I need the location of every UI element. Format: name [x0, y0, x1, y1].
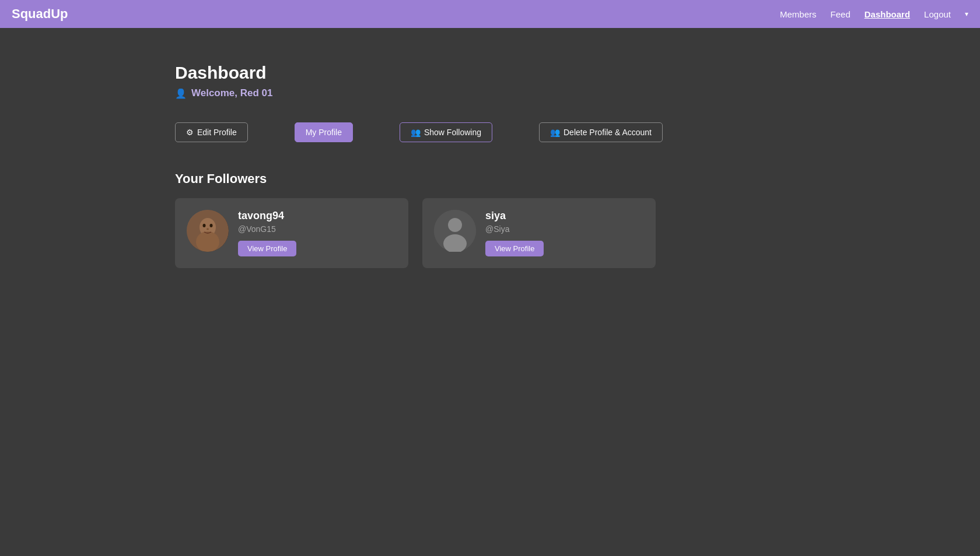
follower-info: siya @Siya View Profile — [485, 210, 544, 256]
svg-point-5 — [206, 228, 209, 230]
follower-handle: @VonG15 — [238, 224, 296, 234]
followers-section-title: Your Followers — [175, 171, 980, 186]
svg-point-4 — [210, 224, 213, 227]
follower-card: siya @Siya View Profile — [422, 198, 656, 268]
welcome-row: 👤 Welcome, Red 01 — [175, 87, 980, 99]
main-content: Dashboard 👤 Welcome, Red 01 ⚙ Edit Profi… — [0, 28, 980, 268]
page-title: Dashboard — [175, 63, 980, 83]
follower-card: tavong94 @VonG15 View Profile — [175, 198, 408, 268]
nav-members[interactable]: Members — [780, 9, 817, 19]
view-profile-button[interactable]: View Profile — [485, 241, 544, 256]
group-icon: 👥 — [411, 128, 421, 137]
chevron-down-icon[interactable]: ▾ — [965, 10, 968, 18]
nav-feed[interactable]: Feed — [831, 9, 850, 19]
svg-point-3 — [203, 224, 206, 227]
brand-logo[interactable]: SquadUp — [12, 6, 68, 22]
delete-profile-button[interactable]: 👥 Delete Profile & Account — [539, 122, 663, 142]
follower-handle: @Siya — [485, 224, 544, 234]
navbar: SquadUp Members Feed Dashboard Logout ▾ — [0, 0, 980, 28]
settings-icon: ⚙ — [186, 128, 194, 137]
nav-dashboard[interactable]: Dashboard — [864, 9, 910, 19]
action-buttons-row: ⚙ Edit Profile My Profile 👥 Show Followi… — [175, 122, 980, 142]
edit-profile-button[interactable]: ⚙ Edit Profile — [175, 122, 248, 142]
my-profile-button[interactable]: My Profile — [295, 122, 353, 142]
nav-links: Members Feed Dashboard Logout ▾ — [780, 9, 968, 19]
show-following-button[interactable]: 👥 Show Following — [400, 122, 492, 142]
delete-icon: 👥 — [550, 128, 560, 137]
svg-point-2 — [196, 231, 219, 252]
avatar — [434, 210, 476, 252]
nav-logout[interactable]: Logout — [924, 9, 951, 19]
follower-username: tavong94 — [238, 210, 296, 222]
followers-grid: tavong94 @VonG15 View Profile siya @Siya… — [175, 198, 980, 268]
avatar — [187, 210, 229, 252]
follower-username: siya — [485, 210, 544, 222]
svg-point-7 — [448, 218, 462, 232]
user-icon: 👤 — [175, 88, 187, 99]
welcome-text: Welcome, Red 01 — [191, 87, 273, 99]
follower-info: tavong94 @VonG15 View Profile — [238, 210, 296, 256]
view-profile-button[interactable]: View Profile — [238, 241, 296, 256]
